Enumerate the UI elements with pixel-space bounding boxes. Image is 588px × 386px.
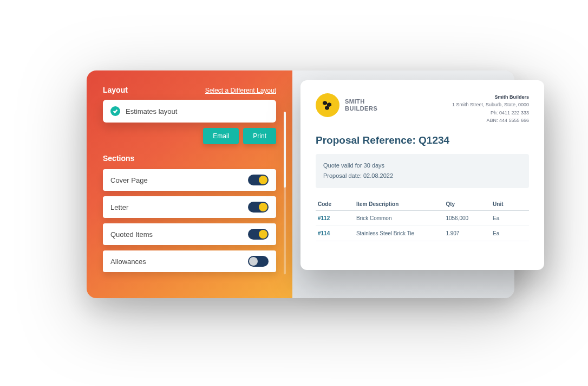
section-label: Quoted Items	[110, 230, 153, 239]
brand-name-line2: BUILDERS	[345, 105, 377, 112]
col-desc: Item Description	[354, 198, 443, 211]
brand: SMITH BUILDERS	[316, 93, 377, 117]
section-item-quoted-items: Quoted Items	[103, 223, 276, 245]
proposal-info: Quote valid for 30 days Proposal date: 0…	[316, 154, 529, 189]
cell-qty: 1.907	[443, 226, 491, 241]
table-row: #112 Brick Common 1056,000 Ea	[316, 211, 529, 226]
section-label: Cover Page	[110, 176, 148, 184]
toggle-cover-page[interactable]	[248, 175, 269, 185]
brand-name-line1: SMITH	[345, 98, 377, 105]
section-item-letter: Letter	[103, 196, 276, 218]
toggle-allowances[interactable]	[248, 256, 269, 267]
selected-layout-label: Estimates layout	[126, 107, 177, 115]
section-label: Letter	[110, 203, 128, 211]
layout-heading: Layout	[103, 86, 128, 94]
col-unit: Unit	[491, 198, 529, 211]
cell-code: #114	[316, 226, 354, 241]
proposal-preview: SMITH BUILDERS Smith Builders 1 Smith St…	[300, 80, 544, 270]
logo-icon	[316, 93, 339, 117]
scrollbar[interactable]	[284, 112, 286, 274]
select-different-layout-link[interactable]: Select a Different Layout	[205, 87, 276, 94]
cell-unit: Ea	[491, 211, 529, 226]
col-qty: Qty	[443, 198, 491, 211]
cell-code: #112	[316, 211, 354, 226]
company-phone: Ph: 0411 222 333	[452, 109, 529, 117]
section-item-allowances: Allowances	[103, 250, 276, 272]
proposal-date: Proposal date: 02.08.2022	[323, 171, 521, 182]
col-code: Code	[316, 198, 354, 211]
items-table: Code Item Description Qty Unit #112 Bric…	[316, 198, 529, 241]
quote-valid: Quote valid for 30 days	[323, 160, 521, 171]
cell-desc: Stainless Steel Brick Tie	[354, 226, 443, 241]
email-button[interactable]: Email	[203, 128, 239, 144]
print-button[interactable]: Print	[243, 128, 276, 144]
company-name: Smith Builders	[452, 93, 529, 101]
section-label: Allowances	[110, 258, 146, 266]
company-street: 1 Smith Street, Suburb, State, 0000	[452, 101, 529, 108]
company-abn: ABN: 444 5555 666	[452, 117, 529, 124]
table-row: #114 Stainless Steel Brick Tie 1.907 Ea	[316, 226, 529, 241]
toggle-quoted-items[interactable]	[248, 229, 269, 240]
check-icon	[110, 106, 120, 116]
section-item-cover-page: Cover Page	[103, 169, 276, 191]
svg-marker-0	[323, 101, 327, 105]
cell-unit: Ea	[491, 226, 529, 241]
proposal-title: Proposal Reference: Q1234	[316, 134, 529, 146]
cell-qty: 1056,000	[443, 211, 491, 226]
scroll-thumb[interactable]	[284, 112, 286, 188]
sections-heading: Sections	[103, 154, 276, 163]
company-address: Smith Builders 1 Smith Street, Suburb, S…	[452, 93, 529, 125]
layout-panel: Layout Select a Different Layout Estimat…	[87, 70, 292, 298]
toggle-letter[interactable]	[248, 202, 269, 213]
cell-desc: Brick Common	[354, 211, 443, 226]
selected-layout[interactable]: Estimates layout	[103, 100, 276, 123]
